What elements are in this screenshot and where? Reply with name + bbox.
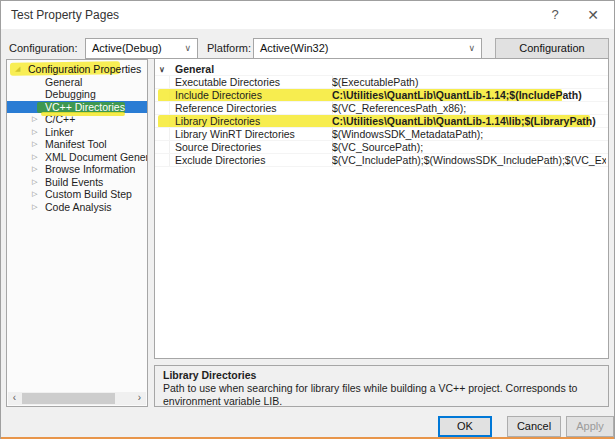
help-icon[interactable]: ? — [540, 5, 570, 25]
platform-label: Platform: — [207, 42, 251, 54]
configuration-dropdown[interactable]: Active(Debug) ∨ — [85, 38, 198, 59]
grid-row-library-directories[interactable]: Library Directories C:\Utilities\QuantLi… — [155, 115, 608, 128]
tree-item-build-events[interactable]: ▷ Build Events — [7, 176, 147, 189]
collapsed-arrow-icon[interactable]: ▷ — [32, 138, 37, 151]
collapsed-arrow-icon[interactable]: ▷ — [32, 163, 37, 176]
chevron-down-icon: ∨ — [468, 39, 475, 58]
description-panel: Library Directories Path to use when sea… — [154, 365, 609, 407]
property-grid: ∨ General Executable Directories $(Execu… — [154, 58, 609, 359]
description-title: Library Directories — [163, 369, 600, 381]
collapsed-arrow-icon[interactable]: ▷ — [32, 176, 37, 189]
tree-item-code-analysis[interactable]: ▷ Code Analysis — [7, 201, 147, 214]
configuration-tree-panel: ◢ Configuration Properties General Debug… — [6, 59, 148, 407]
yellow-highlight-tail — [41, 112, 125, 116]
scrollbar-thumb[interactable] — [22, 393, 115, 404]
collapsed-arrow-icon[interactable]: ▷ — [32, 126, 37, 139]
tree-item-xml-document-generator[interactable]: ▷ XML Document Generator — [7, 151, 147, 164]
tree-item-vcpp-directories[interactable]: VC++ Directories — [7, 101, 147, 114]
title-bar: Test Property Pages ? ✕ — [1, 1, 614, 29]
platform-value: Active(Win32) — [260, 42, 328, 54]
configuration-label: Configuration: — [9, 42, 78, 54]
scroll-left-icon[interactable]: ‹ — [8, 392, 21, 405]
tree-item-manifest-tool[interactable]: ▷ Manifest Tool — [7, 138, 147, 151]
collapsed-arrow-icon[interactable]: ▷ — [32, 151, 37, 164]
grid-group-header-general[interactable]: ∨ General — [155, 63, 608, 76]
configuration-manager-button[interactable]: Configuration Manager... — [495, 38, 609, 59]
chevron-down-icon: ∨ — [184, 39, 191, 58]
horizontal-scrollbar[interactable]: ‹ › — [8, 392, 146, 405]
tree-item-debugging[interactable]: Debugging — [7, 88, 147, 101]
grid-row-source-directories[interactable]: Source Directories $(VC_SourcePath); — [155, 141, 608, 154]
cancel-button[interactable]: Cancel — [507, 416, 561, 437]
description-body: Path to use when searching for library f… — [163, 382, 600, 407]
scroll-right-icon[interactable]: › — [133, 392, 146, 405]
property-pages-dialog: Test Property Pages ? ✕ Configuration: A… — [0, 0, 615, 439]
grid-row-reference-directories[interactable]: Reference Directories $(VC_ReferencesPat… — [155, 102, 608, 115]
tree-item-browse-information[interactable]: ▷ Browse Information — [7, 163, 147, 176]
grid-row-library-winrt-directories[interactable]: Library WinRT Directories $(WindowsSDK_M… — [155, 128, 608, 141]
window-title: Test Property Pages — [11, 8, 119, 22]
apply-button[interactable]: Apply — [566, 416, 614, 437]
grid-row-include-directories[interactable]: Include Directories C:\Utilities\QuantLi… — [155, 89, 608, 102]
collapsed-arrow-icon[interactable]: ▷ — [32, 188, 37, 201]
tree-item-general[interactable]: General — [7, 76, 147, 89]
tree-item-linker[interactable]: ▷ Linker — [7, 126, 147, 139]
configuration-value: Active(Debug) — [92, 42, 162, 54]
close-icon[interactable]: ✕ — [578, 5, 608, 25]
grid-row-exclude-directories[interactable]: Exclude Directories $(VC_IncludePath);$(… — [155, 154, 608, 167]
collapsed-arrow-icon[interactable]: ▷ — [32, 201, 37, 214]
tree-item-custom-build-step[interactable]: ▷ Custom Build Step — [7, 188, 147, 201]
collapsed-arrow-icon[interactable]: ▷ — [32, 113, 37, 126]
collapse-chevron-icon[interactable]: ∨ — [159, 63, 165, 76]
tree-item-configuration-properties[interactable]: ◢ Configuration Properties — [7, 63, 147, 76]
ok-button[interactable]: OK — [438, 416, 492, 437]
grid-row-executable-directories[interactable]: Executable Directories $(ExecutablePath) — [155, 76, 608, 89]
platform-dropdown[interactable]: Active(Win32) ∨ — [253, 38, 482, 59]
